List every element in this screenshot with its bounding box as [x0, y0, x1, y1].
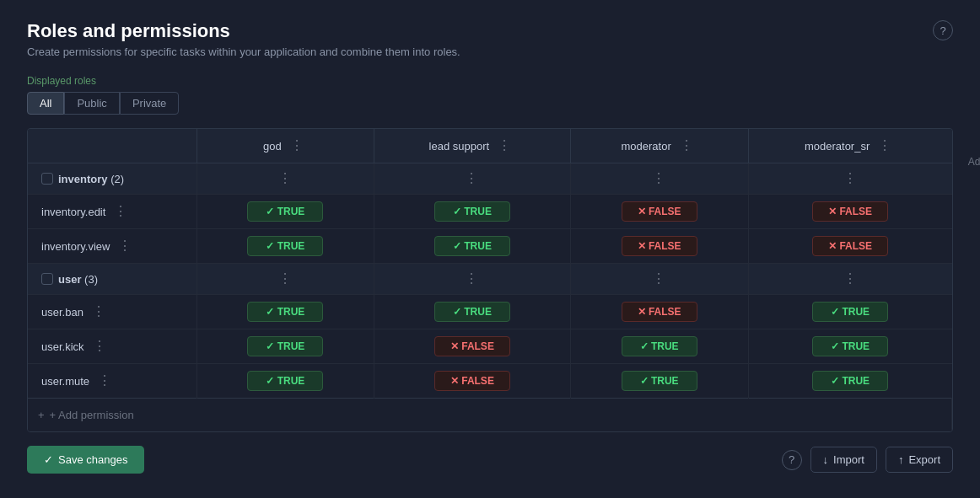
perm-inventory-edit-label-cell: inventory.edit ⋮ [28, 195, 197, 229]
col-lead-support-label: lead support [429, 140, 490, 153]
badge-false[interactable]: ✕ FALSE [622, 302, 697, 322]
group-user-moderatorsr-dots: ⋮ [748, 264, 951, 295]
perm-user-mute-god[interactable]: ✓ TRUE [197, 364, 374, 399]
perm-user-kick-menu[interactable]: ⋮ [89, 338, 110, 355]
add-permission-button[interactable]: + + Add permission [38, 409, 134, 421]
export-label: Export [908, 453, 940, 466]
perm-user-ban-god[interactable]: ✓ TRUE [197, 295, 374, 329]
perm-user-mute-moderator[interactable]: ✓ TRUE [570, 364, 748, 399]
toggle-private[interactable]: Private [120, 92, 179, 115]
perm-user-mute-label-cell: user.mute ⋮ [28, 364, 197, 399]
perm-user-ban-moderator[interactable]: ✕ FALSE [570, 295, 748, 329]
perm-inventory-edit-name: inventory.edit [41, 206, 105, 218]
toggle-public[interactable]: Public [64, 92, 119, 115]
badge-true[interactable]: ✓ TRUE [434, 302, 510, 322]
perm-user-kick-god[interactable]: ✓ TRUE [197, 329, 374, 364]
col-lead-support: lead support ⋮ [374, 129, 570, 163]
group-inventory-god-dots: ⋮ [197, 163, 374, 195]
badge-false[interactable]: ✕ FALSE [812, 201, 888, 222]
table-row: inventory.edit ⋮ ✓ TRUE ✓ TRUE ✕ FALSE [28, 195, 952, 229]
col-moderator-sr: moderator_sr ⋮ [748, 129, 951, 163]
perm-user-ban-menu[interactable]: ⋮ [89, 303, 110, 320]
group-user-god-menu[interactable]: ⋮ [275, 270, 296, 287]
perm-user-mute-name: user.mute [41, 375, 89, 388]
perm-inventory-view-god[interactable]: ✓ TRUE [197, 229, 374, 264]
col-moderator-sr-menu[interactable]: ⋮ [875, 137, 896, 154]
perm-inventory-edit-moderatorsr[interactable]: ✕ FALSE [748, 195, 951, 229]
group-inventory-moderator-menu[interactable]: ⋮ [649, 170, 670, 187]
footer: ✓ Save changes ? ↓ Import ↑ Export [27, 446, 953, 474]
perm-user-ban-leadsupport[interactable]: ✓ TRUE [374, 295, 570, 329]
col-moderator-sr-label: moderator_sr [805, 140, 870, 153]
perm-inventory-view-moderatorsr[interactable]: ✕ FALSE [748, 229, 951, 264]
badge-false[interactable]: ✕ FALSE [622, 201, 697, 222]
perm-inventory-edit-god[interactable]: ✓ TRUE [197, 195, 374, 229]
perm-inventory-edit-leadsupport[interactable]: ✓ TRUE [374, 195, 570, 229]
page-title: Roles and permissions [27, 20, 953, 42]
badge-true[interactable]: ✓ TRUE [622, 371, 697, 391]
group-inventory-checkbox[interactable] [41, 173, 53, 185]
import-button[interactable]: ↓ Import [810, 447, 877, 473]
perm-inventory-view-moderator[interactable]: ✕ FALSE [570, 229, 748, 264]
perm-inventory-view-label-cell: inventory.view ⋮ [28, 229, 197, 264]
badge-false[interactable]: ✕ FALSE [812, 236, 888, 256]
help-icon-top[interactable]: ? [933, 20, 953, 40]
badge-false[interactable]: ✕ FALSE [434, 336, 510, 356]
badge-true[interactable]: ✓ TRUE [812, 336, 888, 356]
import-icon: ↓ [823, 453, 829, 466]
perm-user-ban-moderatorsr[interactable]: ✓ TRUE [748, 295, 951, 329]
perm-inventory-view-menu[interactable]: ⋮ [115, 238, 136, 254]
group-user-god-dots: ⋮ [197, 264, 374, 295]
save-changes-label: Save changes [58, 453, 127, 466]
perm-user-kick-moderator[interactable]: ✓ TRUE [570, 329, 748, 364]
footer-right: ? ↓ Import ↑ Export [782, 447, 953, 473]
perm-user-kick-leadsupport[interactable]: ✕ FALSE [374, 329, 570, 364]
export-icon: ↑ [898, 453, 904, 466]
save-changes-button[interactable]: ✓ Save changes [27, 446, 144, 474]
col-god-label: god [263, 140, 282, 153]
perm-user-mute-menu[interactable]: ⋮ [94, 372, 116, 389]
col-permission [28, 129, 197, 163]
add-permission-cell: + + Add permission [28, 399, 952, 432]
group-user-moderatorsr-menu[interactable]: ⋮ [840, 270, 861, 287]
badge-true[interactable]: ✓ TRUE [434, 201, 510, 222]
add-role-button[interactable]: + Add role [968, 137, 980, 168]
group-user-moderator-menu[interactable]: ⋮ [649, 270, 670, 287]
badge-true[interactable]: ✓ TRUE [247, 201, 323, 222]
badge-true[interactable]: ✓ TRUE [247, 336, 323, 356]
col-moderator-menu[interactable]: ⋮ [676, 137, 697, 154]
table-row: user.kick ⋮ ✓ TRUE ✕ FALSE ✓ TRUE [28, 329, 952, 364]
perm-user-mute-moderatorsr[interactable]: ✓ TRUE [748, 364, 951, 399]
badge-false[interactable]: ✕ FALSE [434, 371, 510, 391]
badge-true[interactable]: ✓ TRUE [247, 302, 323, 322]
perm-user-ban-label-cell: user.ban ⋮ [28, 295, 197, 329]
col-god-menu[interactable]: ⋮ [287, 137, 308, 154]
group-inventory-leadsupport-menu[interactable]: ⋮ [461, 170, 482, 187]
displayed-roles-label: Displayed roles [27, 75, 953, 87]
group-inventory-god-menu[interactable]: ⋮ [275, 170, 296, 187]
badge-true[interactable]: ✓ TRUE [247, 371, 323, 391]
col-lead-support-menu[interactable]: ⋮ [494, 137, 515, 154]
badge-true[interactable]: ✓ TRUE [812, 371, 888, 391]
badge-true[interactable]: ✓ TRUE [812, 302, 888, 322]
group-inventory-moderator-dots: ⋮ [570, 163, 748, 195]
group-user-checkbox[interactable] [41, 273, 53, 285]
toggle-all[interactable]: All [27, 92, 64, 115]
export-button[interactable]: ↑ Export [886, 447, 953, 473]
save-checkmark-icon: ✓ [44, 453, 53, 466]
group-inventory-moderatorsr-menu[interactable]: ⋮ [840, 170, 861, 187]
table-area: god ⋮ lead support ⋮ mod [27, 128, 953, 432]
badge-true[interactable]: ✓ TRUE [622, 336, 697, 356]
perm-inventory-edit-menu[interactable]: ⋮ [110, 203, 132, 220]
perm-inventory-edit-moderator[interactable]: ✕ FALSE [570, 195, 748, 229]
perm-user-kick-moderatorsr[interactable]: ✓ TRUE [748, 329, 951, 364]
add-permission-row: + + Add permission [28, 399, 952, 432]
help-icon-bottom[interactable]: ? [782, 450, 802, 470]
perm-inventory-view-leadsupport[interactable]: ✓ TRUE [374, 229, 570, 264]
badge-true[interactable]: ✓ TRUE [434, 236, 510, 256]
badge-true[interactable]: ✓ TRUE [247, 236, 323, 256]
table-row: inventory.view ⋮ ✓ TRUE ✓ TRUE ✕ FALSE [28, 229, 952, 264]
group-user-leadsupport-menu[interactable]: ⋮ [461, 270, 482, 287]
badge-false[interactable]: ✕ FALSE [622, 236, 697, 256]
perm-user-mute-leadsupport[interactable]: ✕ FALSE [374, 364, 570, 399]
